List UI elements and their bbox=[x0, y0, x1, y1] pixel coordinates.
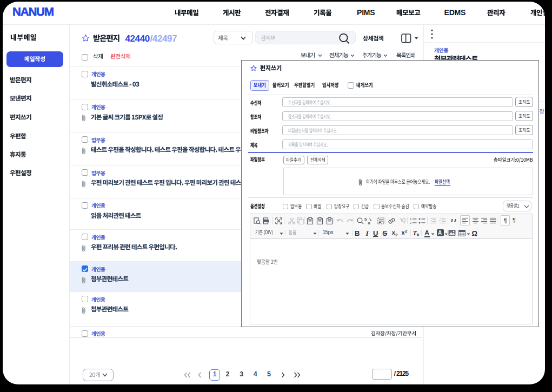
svg-text:a: a bbox=[368, 220, 370, 224]
svg-text:b: b bbox=[364, 217, 367, 222]
svg-text:2: 2 bbox=[410, 221, 411, 224]
svg-text:1: 1 bbox=[410, 217, 411, 221]
